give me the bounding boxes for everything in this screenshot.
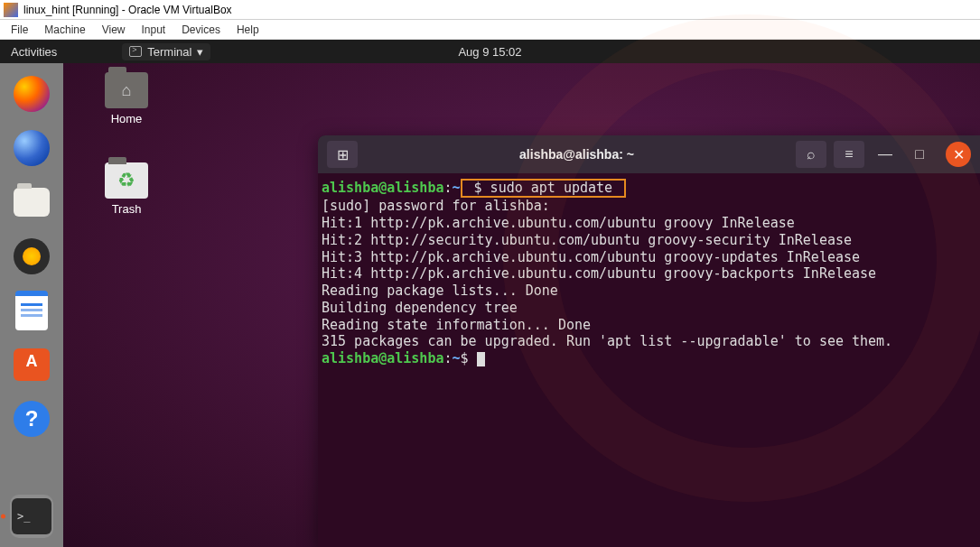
search-button[interactable]: ⌕ xyxy=(796,141,826,168)
folder-icon: ⌂ xyxy=(105,72,148,108)
prompt2-dollar: $ xyxy=(461,350,469,366)
new-tab-icon: ⊞ xyxy=(337,146,349,163)
menu-file[interactable]: File xyxy=(11,23,28,36)
prompt2-user: alishba@alishba xyxy=(322,350,443,366)
dock-help[interactable]: ? xyxy=(10,397,53,440)
recycle-glyph-icon: ♻ xyxy=(117,169,135,192)
help-icon: ? xyxy=(14,401,50,437)
dock-writer[interactable] xyxy=(10,289,53,332)
term-line-7: Building dependency tree xyxy=(322,300,518,316)
dock-terminal[interactable]: >_ xyxy=(10,495,53,538)
prompt2-path: ~ xyxy=(453,350,461,366)
terminal-title: alishba@alishba: ~ xyxy=(365,147,789,162)
terminal-body[interactable]: alishba@alishba:~ $ sudo apt update [sud… xyxy=(318,173,980,373)
hamburger-icon: ≡ xyxy=(845,146,853,162)
chevron-down-icon: ▾ xyxy=(197,45,203,59)
term-line-2: Hit:1 http://pk.archive.ubuntu.com/ubunt… xyxy=(322,215,795,231)
thunderbird-icon xyxy=(14,130,50,166)
activities-button[interactable]: Activities xyxy=(11,45,57,59)
vm-screen: Activities Terminal ▾ Aug 9 15:02 ? >_ ⌂… xyxy=(0,40,980,547)
desktop-trash-label: Trash xyxy=(90,202,163,216)
menu-devices[interactable]: Devices xyxy=(182,23,220,36)
home-glyph-icon: ⌂ xyxy=(122,81,132,100)
virtualbox-logo-icon xyxy=(4,3,18,17)
dock-files[interactable] xyxy=(10,181,53,224)
prompt-sep: : xyxy=(443,180,452,196)
menu-input[interactable]: Input xyxy=(142,23,166,36)
terminal-window: ⊞ alishba@alishba: ~ ⌕ ≡ — □ ✕ alishba@a… xyxy=(318,135,980,547)
dock-rhythmbox[interactable] xyxy=(10,235,53,278)
terminal-dock-icon: >_ xyxy=(12,498,51,534)
terminal-headerbar[interactable]: ⊞ alishba@alishba: ~ ⌕ ≡ — □ ✕ xyxy=(318,135,980,173)
minimize-icon: — xyxy=(878,146,892,162)
term-line-6: Reading package lists... Done xyxy=(322,283,558,299)
topbar-app-menu[interactable]: Terminal ▾ xyxy=(122,43,210,60)
rhythmbox-icon xyxy=(14,238,50,274)
term-line-1: [sudo] password for alishba: xyxy=(322,198,550,214)
cursor xyxy=(477,352,485,366)
writer-icon xyxy=(15,291,48,330)
term-line-4: Hit:3 http://pk.archive.ubuntu.com/ubunt… xyxy=(322,249,860,265)
new-tab-button[interactable]: ⊞ xyxy=(327,141,358,168)
prompt2-sep: : xyxy=(443,350,452,366)
virtualbox-title: linux_hint [Running] - Oracle VM Virtual… xyxy=(23,4,232,16)
maximize-icon: □ xyxy=(915,146,924,162)
virtualbox-titlebar[interactable]: linux_hint [Running] - Oracle VM Virtual… xyxy=(0,0,980,20)
dock: ? >_ xyxy=(0,63,63,547)
search-icon: ⌕ xyxy=(807,146,816,162)
highlighted-command: $ sudo apt update xyxy=(461,179,627,198)
menu-machine[interactable]: Machine xyxy=(44,23,85,36)
close-icon: ✕ xyxy=(953,146,965,163)
term-line-3: Hit:2 http://security.ubuntu.com/ubuntu … xyxy=(322,232,852,248)
term-line-5: Hit:4 http://pk.archive.ubuntu.com/ubunt… xyxy=(322,265,876,282)
term-line-8: Reading state information... Done xyxy=(322,317,591,333)
minimize-button[interactable]: — xyxy=(872,141,899,168)
hamburger-menu-button[interactable]: ≡ xyxy=(834,141,864,168)
menu-view[interactable]: View xyxy=(102,23,126,36)
menu-help[interactable]: Help xyxy=(237,23,259,36)
close-button[interactable]: ✕ xyxy=(946,142,971,167)
desktop-home-icon[interactable]: ⌂ Home xyxy=(90,72,163,125)
files-icon xyxy=(14,188,50,217)
dock-software[interactable] xyxy=(10,343,53,386)
maximize-button[interactable]: □ xyxy=(906,141,933,168)
desktop-home-label: Home xyxy=(90,112,163,125)
firefox-icon xyxy=(14,76,50,112)
software-icon xyxy=(14,348,50,381)
terminal-icon xyxy=(129,46,142,57)
dock-firefox[interactable] xyxy=(10,72,53,116)
dock-thunderbird[interactable] xyxy=(10,126,53,170)
desktop[interactable]: ⌂ Home ♻ Trash ⊞ alishba@alishba: ~ ⌕ ≡ … xyxy=(63,63,980,547)
term-line-9: 315 packages can be upgraded. Run 'apt l… xyxy=(322,333,892,349)
topbar-datetime[interactable]: Aug 9 15:02 xyxy=(458,45,521,59)
topbar-app-label: Terminal xyxy=(147,45,191,59)
prompt-path: ~ xyxy=(453,180,461,196)
desktop-trash-icon[interactable]: ♻ Trash xyxy=(90,162,163,216)
prompt-user: alishba@alishba xyxy=(322,180,443,196)
trash-icon: ♻ xyxy=(105,162,148,199)
